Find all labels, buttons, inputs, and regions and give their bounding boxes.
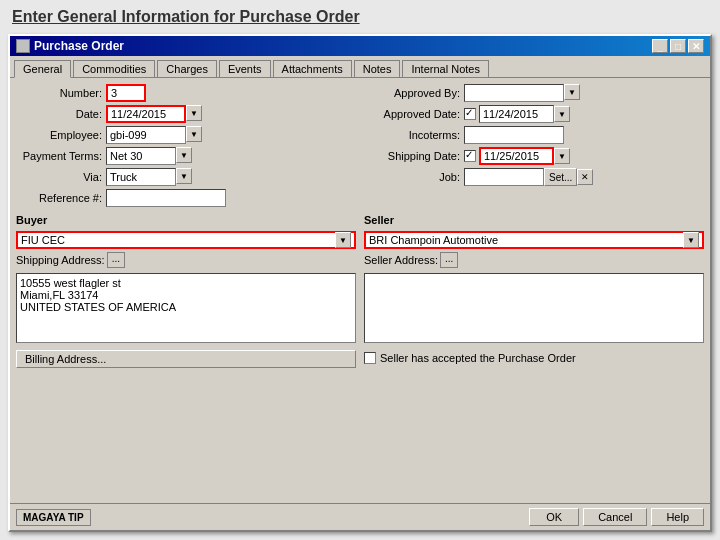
seller-accepted-row: Seller has accepted the Purchase Order xyxy=(364,352,704,364)
shipping-date-label: Shipping Date: xyxy=(364,150,464,162)
incoterms-input[interactable] xyxy=(464,126,564,144)
billing-address-button[interactable]: Billing Address... xyxy=(16,350,356,368)
titlebar: Purchase Order _ □ ✕ xyxy=(10,36,710,56)
seller-row: BRI Champoin Automotive ▼ xyxy=(364,231,704,249)
approved-date-field: ▼ xyxy=(464,105,570,123)
job-row: Job: Set... ✕ xyxy=(364,168,704,186)
footer-right: OK Cancel Help xyxy=(529,508,704,526)
maximize-button[interactable]: □ xyxy=(670,39,686,53)
date-label: Date: xyxy=(16,108,106,120)
seller-select[interactable]: BRI Champoin Automotive ▼ xyxy=(364,231,704,249)
approved-date-input[interactable] xyxy=(479,105,554,123)
shipping-address-textarea[interactable]: 10555 west flagler st Miami,FL 33174 UNI… xyxy=(16,273,356,343)
number-row: Number: 3 xyxy=(16,84,356,102)
tab-bar: General Commodities Charges Events Attac… xyxy=(10,56,710,78)
buyer-panel: Buyer FIU CEC ▼ Shipping Address: ... 10… xyxy=(16,214,356,497)
employee-label: Employee: xyxy=(16,129,106,141)
seller-addr-row: Seller Address: ... xyxy=(364,252,704,268)
shipping-date-row: Shipping Date: ▼ xyxy=(364,147,704,165)
buyer-value: FIU CEC xyxy=(21,234,65,246)
payment-terms-label: Payment Terms: xyxy=(16,150,106,162)
payment-terms-dropdown[interactable]: ▼ xyxy=(176,147,192,163)
approved-by-input[interactable] xyxy=(464,84,564,102)
job-cancel-button[interactable]: ✕ xyxy=(577,169,593,185)
magaya-tip-label: MAGAYA TIP xyxy=(16,509,91,526)
tab-commodities[interactable]: Commodities xyxy=(73,60,155,77)
approved-date-dropdown[interactable]: ▼ xyxy=(554,106,570,122)
tab-internal-notes[interactable]: Internal Notes xyxy=(402,60,488,77)
ok-button[interactable]: OK xyxy=(529,508,579,526)
employee-dropdown[interactable]: ▼ xyxy=(186,126,202,142)
via-field: ▼ xyxy=(106,168,192,186)
top-fields-grid: Number: 3 Date: ▼ Employee: xyxy=(16,84,704,210)
page-title: Enter General Information for Purchase O… xyxy=(8,8,712,26)
approved-date-check[interactable] xyxy=(464,108,476,120)
payment-terms-row: Payment Terms: ▼ xyxy=(16,147,356,165)
job-label: Job: xyxy=(364,171,464,183)
seller-value: BRI Champoin Automotive xyxy=(369,234,498,246)
help-button[interactable]: Help xyxy=(651,508,704,526)
seller-section-label: Seller xyxy=(364,214,704,226)
shipping-date-field: ▼ xyxy=(464,147,570,165)
seller-address-textarea[interactable] xyxy=(364,273,704,343)
reference-label: Reference #: xyxy=(16,192,106,204)
payment-terms-input[interactable] xyxy=(106,147,176,165)
window-title: Purchase Order xyxy=(34,39,124,53)
shipping-address-dotted-btn[interactable]: ... xyxy=(107,252,125,268)
incoterms-row: Incoterms: xyxy=(364,126,704,144)
buyer-row: FIU CEC ▼ xyxy=(16,231,356,249)
seller-panel: Seller BRI Champoin Automotive ▼ Seller … xyxy=(364,214,704,497)
shipping-addr-row: Shipping Address: ... xyxy=(16,252,356,268)
cancel-button[interactable]: Cancel xyxy=(583,508,647,526)
payment-terms-field: ▼ xyxy=(106,147,192,165)
close-button[interactable]: ✕ xyxy=(688,39,704,53)
titlebar-title: Purchase Order xyxy=(16,39,124,53)
tab-notes[interactable]: Notes xyxy=(354,60,401,77)
footer: MAGAYA TIP OK Cancel Help xyxy=(10,503,710,530)
seller-address-label: Seller Address: xyxy=(364,254,438,266)
employee-input[interactable] xyxy=(106,126,186,144)
tab-general[interactable]: General xyxy=(14,60,71,78)
shipping-date-input[interactable] xyxy=(479,147,554,165)
seller-accepted-checkbox[interactable] xyxy=(364,352,376,364)
tab-events[interactable]: Events xyxy=(219,60,271,77)
employee-field: ▼ xyxy=(106,126,202,144)
via-input[interactable] xyxy=(106,168,176,186)
purchase-order-window: Purchase Order _ □ ✕ General Commodities… xyxy=(8,34,712,532)
set-button[interactable]: Set... xyxy=(544,168,577,186)
reference-input[interactable] xyxy=(106,189,226,207)
buyer-seller-panel: Buyer FIU CEC ▼ Shipping Address: ... 10… xyxy=(16,214,704,497)
number-label: Number: xyxy=(16,87,106,99)
via-dropdown[interactable]: ▼ xyxy=(176,168,192,184)
via-label: Via: xyxy=(16,171,106,183)
tab-attachments[interactable]: Attachments xyxy=(273,60,352,77)
date-row: Date: ▼ xyxy=(16,105,356,123)
employee-row: Employee: ▼ xyxy=(16,126,356,144)
form-content: Number: 3 Date: ▼ Employee: xyxy=(10,78,710,503)
approved-by-label: Approved By: xyxy=(364,87,464,99)
shipping-address-label: Shipping Address: xyxy=(16,254,105,266)
seller-accepted-label: Seller has accepted the Purchase Order xyxy=(380,352,576,364)
via-row: Via: ▼ xyxy=(16,168,356,186)
approved-date-row: Approved Date: ▼ xyxy=(364,105,704,123)
reference-row: Reference #: xyxy=(16,189,356,207)
date-dropdown[interactable]: ▼ xyxy=(186,105,202,121)
approved-by-dropdown[interactable]: ▼ xyxy=(564,84,580,100)
date-field: ▼ xyxy=(106,105,202,123)
minimize-button[interactable]: _ xyxy=(652,39,668,53)
number-input[interactable]: 3 xyxy=(106,84,146,102)
job-input[interactable] xyxy=(464,168,544,186)
date-input[interactable] xyxy=(106,105,186,123)
seller-dropdown-arrow[interactable]: ▼ xyxy=(683,232,699,248)
seller-address-dotted-btn[interactable]: ... xyxy=(440,252,458,268)
buyer-select[interactable]: FIU CEC ▼ xyxy=(16,231,356,249)
buyer-dropdown-arrow[interactable]: ▼ xyxy=(335,232,351,248)
right-fields: Approved By: ▼ Approved Date: ▼ xyxy=(364,84,704,210)
footer-left: MAGAYA TIP xyxy=(16,509,91,526)
tab-charges[interactable]: Charges xyxy=(157,60,217,77)
window-icon xyxy=(16,39,30,53)
titlebar-controls: _ □ ✕ xyxy=(652,39,704,53)
shipping-date-check[interactable] xyxy=(464,150,476,162)
approved-date-label: Approved Date: xyxy=(364,108,464,120)
shipping-date-dropdown[interactable]: ▼ xyxy=(554,148,570,164)
